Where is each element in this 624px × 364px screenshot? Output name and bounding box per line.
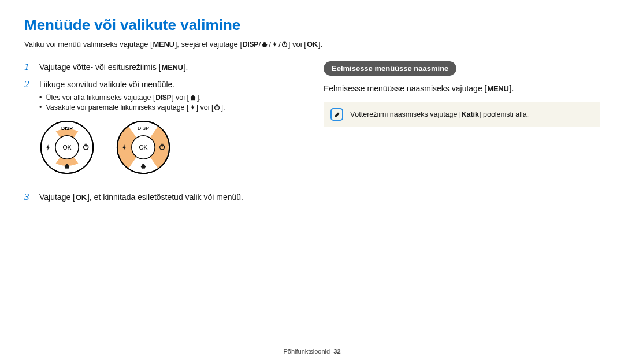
sub2-p2: ] või [ (196, 103, 214, 112)
step-number: 1 (24, 61, 34, 73)
footer-label: Põhifunktsioonid (283, 348, 330, 355)
note-p2: ] poolenisti alla. (479, 110, 529, 118)
slash: / (269, 40, 271, 49)
page-footer: Põhifunktsioonid 32 (0, 348, 624, 355)
intro-p2: ], seejärel vajutage [ (175, 40, 242, 49)
menu-icon: MENU (162, 63, 183, 72)
subsection-pill: Eelmisesse menüüsse naasmine (324, 61, 456, 76)
intro-text: Valiku või menüü valimiseks vajutage [ M… (24, 40, 600, 49)
left-column: 1 Vajutage võtte- või esitusrežiimis [ M… (24, 61, 300, 209)
page-heading: Menüüde või valikute valimine (24, 16, 600, 34)
timer-icon (281, 40, 288, 49)
dial-disp-label: DISP (61, 125, 73, 131)
note-text: Võtterežiimi naasmiseks vajutage [Katik]… (350, 110, 529, 118)
flash-icon (190, 103, 196, 112)
sub2-p3: ]. (221, 103, 225, 112)
step3-p1: Vajutage [ (39, 192, 75, 202)
menu-icon: MENU (487, 84, 508, 93)
note-box: Võtterežiimi naasmiseks vajutage [Katik]… (324, 102, 600, 127)
right-text: Eelmisesse menüüsse naasmiseks vajutage … (324, 84, 600, 93)
step-number: 2 (24, 79, 34, 90)
footer-page: 32 (333, 348, 340, 355)
step3-p2: ], et kinnitada esiletõstetud valik või … (87, 192, 243, 202)
note-icon (330, 108, 343, 121)
sub1-p2: ] või [ (172, 94, 189, 102)
sub1-p3: ]. (197, 94, 201, 102)
timer-icon (214, 103, 220, 112)
step2-sub2: Vasakule või paremale liikumiseks vajuta… (39, 103, 300, 112)
ok-icon: OK (76, 193, 87, 202)
slash: / (259, 40, 261, 49)
step1-p2: ]. (184, 62, 188, 72)
flower-icon (190, 94, 196, 102)
dial-horizontal: OK DISP (116, 120, 171, 175)
sub2-p1: Vasakule või paremale liikumiseks vajuta… (46, 103, 188, 112)
dial-ok-label: OK (139, 144, 147, 151)
note-bold: Katik (461, 110, 479, 118)
disp-icon: DISP (243, 40, 258, 49)
right-p1: Eelmisesse menüüsse naasmiseks vajutage … (324, 84, 486, 93)
flower-icon (261, 40, 268, 49)
step2-sub1: Üles või alla liikumiseks vajutage [ DIS… (39, 94, 300, 102)
right-column: Eelmisesse menüüsse naasmine Eelmisesse … (324, 61, 600, 209)
note-p1: Võtterežiimi naasmiseks vajutage [ (350, 110, 461, 118)
step-number: 3 (24, 191, 34, 203)
dial-disp-label: DISP (138, 125, 149, 131)
dial-diagrams: OK DISP (39, 120, 300, 175)
sub1-p1: Üles või alla liikumiseks vajutage [ (46, 94, 155, 102)
intro-p1: Valiku või menüü valimiseks vajutage [ (24, 40, 153, 49)
step2-text: Liikuge soovitud valikule või menüüle. (39, 80, 300, 89)
right-p2: ]. (510, 84, 514, 93)
disp-icon: DISP (155, 94, 171, 102)
step-3: 3 Vajutage [ OK ], et kinnitada esiletõs… (24, 191, 300, 203)
dial-ok-label: OK (62, 144, 71, 151)
flash-icon (272, 40, 278, 49)
intro-p4: ]. (318, 40, 322, 49)
dial-vertical: OK DISP (39, 120, 95, 175)
step-2: 2 Liikuge soovitud valikule või menüüle.… (24, 79, 300, 185)
ok-icon: OK (307, 40, 318, 49)
step-1: 1 Vajutage võtte- või esitusrežiimis [ M… (24, 61, 300, 73)
intro-p3: ] või [ (288, 40, 306, 49)
menu-icon: MENU (153, 40, 174, 49)
slash: / (278, 40, 281, 49)
step1-p1: Vajutage võtte- või esitusrežiimis [ (39, 62, 161, 72)
